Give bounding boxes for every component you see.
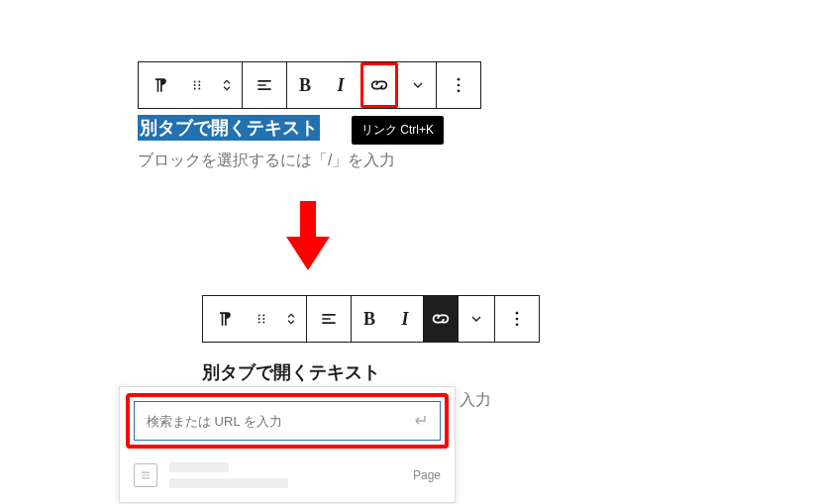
more-vertical-icon	[449, 75, 468, 95]
toolbar-group-more	[495, 296, 539, 342]
svg-rect-9	[300, 201, 316, 239]
svg-point-3	[198, 84, 200, 86]
align-left-icon	[319, 309, 339, 329]
options-button[interactable]	[437, 62, 480, 108]
enter-icon	[410, 411, 430, 431]
italic-icon: I	[401, 309, 408, 330]
bold-icon: B	[363, 309, 375, 330]
italic-button[interactable]: I	[323, 62, 358, 108]
link-icon	[368, 74, 390, 96]
italic-icon: I	[337, 75, 344, 96]
svg-point-8	[458, 90, 461, 93]
svg-point-0	[194, 81, 196, 83]
svg-point-4	[194, 88, 196, 90]
svg-point-15	[262, 322, 264, 324]
suggestion-placeholder-lines	[169, 462, 401, 488]
toolbar-group-format: B I	[287, 62, 437, 108]
url-input-container	[134, 401, 441, 441]
block-toolbar: B I	[138, 61, 481, 109]
toolbar-group-align	[307, 296, 352, 342]
drag-icon	[190, 78, 204, 92]
bold-icon: B	[299, 75, 311, 96]
link-suggestion-row[interactable]: Page	[120, 454, 455, 502]
svg-point-17	[516, 318, 519, 321]
more-format-button[interactable]	[459, 296, 494, 342]
arrow-down-icon	[286, 201, 330, 270]
block-appender-placeholder[interactable]: ブロックを選択するには「/」を入力	[138, 151, 481, 171]
move-button[interactable]	[276, 296, 306, 342]
options-button[interactable]	[495, 296, 539, 342]
more-format-button[interactable]	[400, 62, 436, 108]
svg-point-12	[258, 318, 260, 320]
drag-handle-button[interactable]	[182, 62, 212, 108]
selected-paragraph-text[interactable]: 別タブで開くテキスト	[138, 115, 320, 141]
svg-point-11	[262, 315, 264, 317]
align-button[interactable]	[307, 296, 351, 342]
block-toolbar: B I	[202, 295, 540, 343]
svg-point-16	[516, 312, 519, 315]
more-vertical-icon	[507, 309, 527, 329]
url-input-highlight	[126, 393, 449, 449]
svg-point-13	[262, 318, 264, 320]
chevron-down-icon	[468, 311, 484, 327]
block-appender-placeholder-partial: 入力	[460, 390, 491, 411]
svg-point-14	[258, 322, 260, 324]
paragraph-icon	[151, 75, 170, 95]
block-type-button[interactable]	[139, 62, 182, 108]
page-icon	[134, 463, 157, 487]
link-button[interactable]	[423, 296, 459, 342]
svg-point-7	[458, 84, 461, 87]
paragraph-text[interactable]: 別タブで開くテキスト	[202, 360, 380, 384]
svg-point-6	[458, 78, 461, 81]
submit-link-button[interactable]	[410, 411, 430, 431]
move-updown-icon	[284, 309, 298, 329]
svg-point-18	[516, 324, 519, 327]
italic-button[interactable]: I	[387, 296, 423, 342]
svg-point-5	[198, 88, 200, 90]
block-type-button[interactable]	[203, 296, 247, 342]
suggestion-type-label: Page	[413, 468, 441, 482]
move-button[interactable]	[212, 62, 242, 108]
drag-handle-button[interactable]	[247, 296, 276, 342]
bold-button[interactable]: B	[287, 62, 323, 108]
move-updown-icon	[220, 75, 234, 95]
toolbar-group-more	[437, 62, 480, 108]
toolbar-group-block	[203, 296, 307, 342]
align-button[interactable]	[243, 62, 286, 108]
link-button-highlight	[360, 62, 398, 108]
suggestion-url-placeholder	[169, 478, 288, 488]
link-icon	[430, 308, 452, 330]
link-tooltip: リンク Ctrl+K	[352, 116, 444, 145]
bold-button[interactable]: B	[352, 296, 387, 342]
svg-point-2	[194, 84, 196, 86]
toolbar-group-block	[139, 62, 243, 108]
drag-icon	[255, 312, 268, 326]
svg-point-10	[258, 315, 260, 317]
link-button[interactable]	[364, 68, 394, 102]
toolbar-group-align	[243, 62, 287, 108]
chevron-down-icon	[410, 77, 426, 93]
toolbar-group-format: B I	[352, 296, 495, 342]
svg-point-1	[198, 81, 200, 83]
url-input[interactable]	[145, 413, 410, 430]
link-popover: Page	[119, 386, 456, 503]
paragraph-icon	[215, 309, 235, 329]
align-left-icon	[255, 75, 274, 95]
arrow-down-graphic	[286, 201, 330, 274]
suggestion-title-placeholder	[169, 462, 229, 472]
